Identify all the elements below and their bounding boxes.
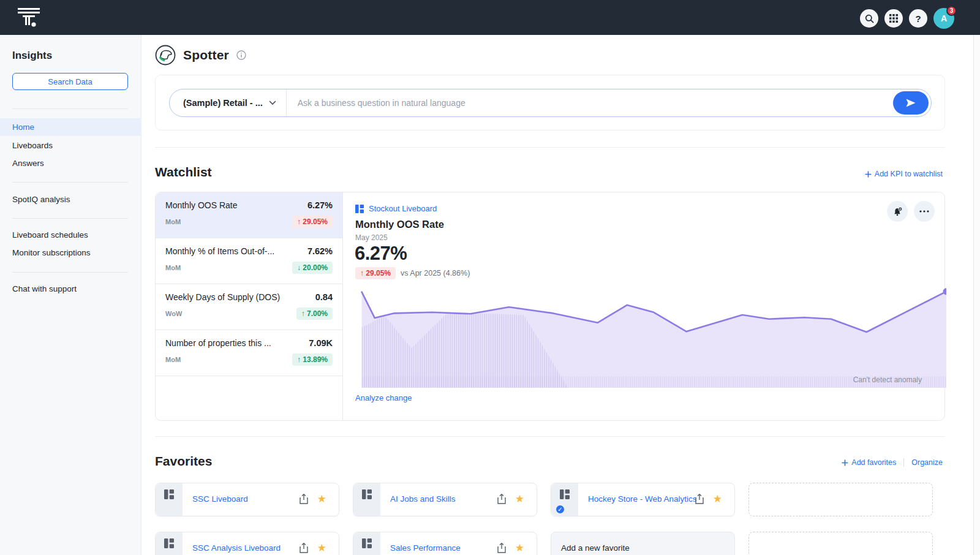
kpi-item-items-out-of-stock[interactable]: Monthly % of Items Out-of-...7.62% MoM↓ …	[156, 238, 342, 284]
liveboard-icon	[362, 489, 372, 499]
favorite-title[interactable]: SSC Analysis Liveboard	[192, 543, 281, 553]
detail-change-badge: ↑ 29.05%	[355, 267, 396, 279]
share-icon[interactable]	[300, 543, 308, 553]
share-icon[interactable]	[300, 494, 308, 504]
sidebar-item-spotiq[interactable]: SpotIQ analysis	[0, 191, 141, 208]
question-input[interactable]	[287, 98, 893, 108]
section-divider	[155, 436, 945, 437]
sidebar-item-liveboard-schedules[interactable]: Liveboard schedules	[0, 226, 141, 244]
sidebar-divider	[12, 218, 128, 219]
section-divider	[155, 147, 945, 148]
liveboard-icon	[362, 538, 372, 548]
analyze-change-link[interactable]: Analyze change	[355, 393, 412, 402]
links-divider	[903, 458, 904, 467]
spotter-ask-card: (Sample) Retail - ...	[155, 75, 945, 130]
share-icon[interactable]	[695, 494, 704, 504]
favorite-card-ssc-liveboard[interactable]: SSC Liveboard ★	[155, 483, 339, 516]
kpi-item-weekly-dos[interactable]: Weekly Days of Supply (DOS)0.84 WoW↑ 7.0…	[156, 284, 342, 330]
favorite-card-ai-jobs[interactable]: AI Jobs and Skills ★	[353, 483, 537, 516]
share-icon[interactable]	[497, 494, 506, 504]
kpi-list: Monthly OOS Rate6.27% MoM↑ 29.05% Monthl…	[156, 192, 342, 420]
liveboard-icon	[164, 489, 174, 499]
main-content: Spotter (Sample) Retail - ... Watchlist …	[141, 35, 973, 555]
paper-plane-icon	[905, 98, 916, 108]
favorite-title[interactable]: AI Jobs and Skills	[390, 494, 456, 504]
favorite-star-icon[interactable]: ★	[515, 493, 524, 505]
chevron-down-icon	[269, 100, 276, 105]
sidebar-item-chat-support[interactable]: Chat with support	[0, 280, 141, 298]
help-icon[interactable]: ?	[909, 9, 927, 28]
favorite-star-icon[interactable]: ★	[515, 542, 524, 554]
kpi-detail-panel: Stockout Liveboard Monthly OOS Rate May …	[342, 192, 944, 420]
sidebar-divider	[12, 182, 128, 183]
notification-badge: 3	[946, 6, 957, 16]
organize-link[interactable]: Organize	[911, 458, 943, 467]
share-icon[interactable]	[497, 543, 506, 553]
add-kpi-link[interactable]: Add KPI to watchlist	[865, 170, 943, 178]
verified-check-icon: ✓	[555, 504, 565, 515]
add-favorites-link[interactable]: Add favorites	[842, 458, 896, 467]
add-favorite-label: Add a new favorite	[561, 543, 630, 553]
data-source-label: (Sample) Retail - ...	[183, 98, 263, 108]
thoughtspot-logo-icon[interactable]	[17, 6, 40, 29]
favorite-title[interactable]: SSC Liveboard	[192, 494, 248, 504]
liveboard-icon	[355, 205, 364, 213]
change-badge: ↑ 7.00%	[296, 308, 333, 320]
top-bar: ? A 3	[0, 0, 980, 35]
favorite-star-icon[interactable]: ★	[317, 542, 326, 554]
favorite-star-icon[interactable]: ★	[317, 493, 326, 505]
watchlist-heading: Watchlist	[155, 165, 212, 179]
apps-grid-icon[interactable]	[884, 9, 903, 28]
sidebar-item-home[interactable]: Home	[0, 118, 141, 136]
more-options-icon[interactable]	[914, 201, 935, 222]
spotter-dog-icon	[155, 45, 176, 66]
favorites-heading: Favorites	[155, 454, 212, 469]
liveboard-icon	[164, 538, 174, 548]
left-sidebar: Insights Search Data Home Liveboards Ans…	[0, 35, 141, 555]
card-icon-strip	[156, 483, 183, 516]
kpi-item-number-of-properties[interactable]: Number of properties this ...7.09K MoM↑ …	[156, 330, 342, 376]
sidebar-divider	[12, 272, 128, 273]
plus-icon	[842, 459, 848, 466]
detail-kpi-title: Monthly OOS Rate	[355, 219, 444, 230]
sidebar-title: Insights	[12, 50, 52, 62]
liveboard-icon	[560, 489, 570, 499]
change-badge: ↑ 13.89%	[292, 353, 333, 366]
scrollbar-track[interactable]	[973, 35, 980, 555]
favorite-star-icon[interactable]: ★	[713, 493, 722, 505]
kpi-trend-chart[interactable]: Can't detect anomaly	[355, 284, 946, 388]
card-icon-strip	[353, 483, 380, 516]
ask-input-pill: (Sample) Retail - ...	[169, 89, 932, 117]
sidebar-item-liveboards[interactable]: Liveboards	[0, 137, 141, 154]
search-icon[interactable]	[860, 9, 878, 28]
watchlist-card: Monthly OOS Rate6.27% MoM↑ 29.05% Monthl…	[155, 192, 945, 421]
favorite-title[interactable]: Sales Performance	[390, 543, 461, 553]
favorite-title[interactable]: Hockey Store - Web Analytics	[588, 494, 697, 504]
detail-period: May 2025	[355, 233, 388, 242]
page-title: Spotter	[183, 48, 229, 62]
data-source-dropdown[interactable]: (Sample) Retail - ...	[170, 98, 286, 108]
liveboard-link[interactable]: Stockout Liveboard	[355, 204, 437, 213]
sidebar-item-monitor-subscriptions[interactable]: Monitor subscriptions	[0, 244, 141, 262]
add-new-favorite-card[interactable]: Add a new favorite	[551, 532, 735, 555]
favorite-card-ssc-analysis[interactable]: SSC Analysis Liveboard ★	[155, 532, 339, 555]
search-data-button[interactable]: Search Data	[12, 73, 128, 90]
favorite-card-sales-performance[interactable]: Sales Performance ★	[353, 532, 537, 555]
info-icon[interactable]	[236, 50, 246, 60]
sidebar-divider	[12, 108, 128, 109]
favorite-empty-slot	[748, 483, 933, 516]
send-button[interactable]	[893, 91, 929, 115]
plus-icon	[865, 171, 872, 178]
favorite-empty-slot	[748, 532, 933, 555]
detail-kpi-value: 6.27%	[355, 243, 407, 265]
sidebar-item-answers[interactable]: Answers	[0, 154, 141, 172]
user-avatar[interactable]: A 3	[933, 8, 954, 29]
kpi-item-monthly-oos-rate[interactable]: Monthly OOS Rate6.27% MoM↑ 29.05%	[156, 192, 342, 238]
change-badge: ↓ 20.00%	[292, 262, 333, 274]
create-alert-icon[interactable]	[887, 201, 908, 222]
anomaly-annotation: Can't detect anomaly	[853, 376, 922, 384]
change-badge: ↑ 29.05%	[292, 216, 333, 228]
detail-comparison: vs Apr 2025 (4.86%)	[401, 269, 470, 278]
favorite-card-hockey-store[interactable]: ✓ Hockey Store - Web Analytics ★	[551, 483, 735, 516]
